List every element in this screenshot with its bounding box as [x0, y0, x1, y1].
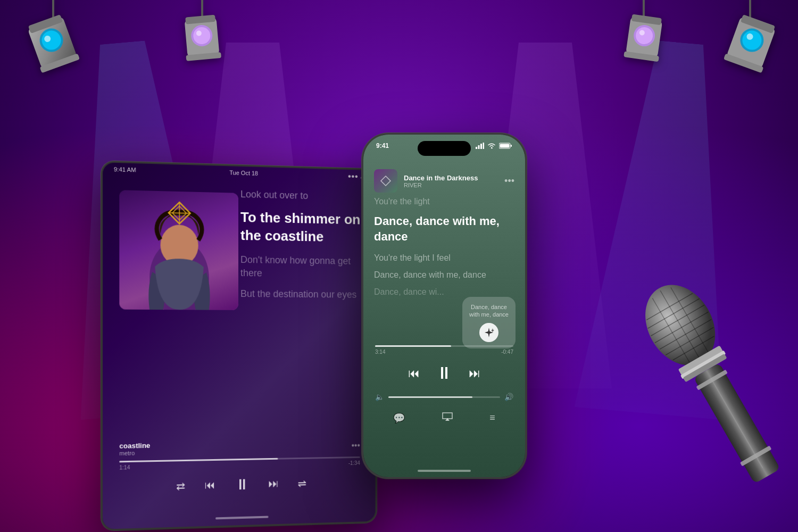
lyrics-bubble: Dance, dance with me, dance	[462, 297, 516, 348]
ipad-song-artist: metro	[119, 450, 150, 456]
spotlight-fixture-2	[170, 0, 234, 95]
svg-rect-41	[500, 144, 510, 148]
iphone-lyric-next-1: You're the light I feel	[374, 252, 514, 264]
status-right-icons	[476, 142, 512, 149]
iphone-volume-control: 🔈 🔊	[375, 393, 513, 401]
volume-bar[interactable]	[388, 396, 500, 398]
svg-rect-35	[478, 145, 480, 149]
iphone-song-artist: RIVER	[404, 182, 498, 188]
svg-point-38	[491, 147, 492, 148]
ipad-repeat-button[interactable]: ⇌	[298, 477, 307, 489]
iphone-lyric-active: Dance, dance with me, dance	[374, 214, 514, 244]
iphone-prev-button[interactable]: ⏮	[408, 367, 420, 380]
bubble-icon	[479, 323, 498, 342]
airplay-icon	[442, 412, 453, 421]
ipad-lyric-inactive-1: Look out over to	[240, 188, 365, 204]
iphone-device: 9:41	[362, 133, 527, 479]
iphone-song-title: Dance in the Darkness	[404, 174, 498, 182]
iphone-queue-button[interactable]: ≡	[489, 412, 495, 423]
ipad-lyric-dim-2: But the destination our eyes	[240, 287, 365, 302]
ipad-next-button[interactable]: ⏭	[269, 477, 279, 489]
ipad-status-bar: 9:41 AM Tue Oct 18 ●●● ▲	[103, 162, 375, 183]
ipad-device: 9:41 AM Tue Oct 18 ●●● ▲	[101, 161, 377, 531]
spotlight-fixture-4	[713, 0, 787, 106]
volume-up-icon: 🔊	[504, 393, 513, 401]
ipad-song-info: coastline metro •••	[119, 438, 360, 457]
iphone-lyrics: You're the light Dance, dance with me, d…	[363, 196, 525, 304]
iphone-bottom-controls: 💬 ≡	[375, 412, 513, 424]
svg-rect-40	[511, 145, 512, 147]
bubble-text: Dance, dance with me, dance	[469, 303, 509, 319]
wifi-icon	[487, 143, 496, 149]
iphone-more-button[interactable]: •••	[504, 176, 514, 187]
dynamic-island	[418, 141, 471, 156]
spotlight-fixture-3	[612, 0, 676, 95]
iphone-progress-fill	[375, 345, 451, 347]
iphone-lyric-top: You're the light	[374, 196, 514, 207]
ipad-controls: ⇄ ⏮ ⏸ ⏭ ⇌	[119, 473, 360, 496]
ipad-more-button[interactable]: •••	[352, 440, 360, 450]
volume-fill	[388, 396, 472, 398]
iphone-time-display: 3:14 -0:47	[375, 349, 513, 355]
iphone-player: 3:14 -0:47 ⏮ ⏸ ⏭ 🔈 🔊 💬	[363, 345, 525, 424]
iphone-time: 9:41	[376, 142, 389, 149]
iphone-lyrics-button[interactable]: 💬	[393, 412, 405, 424]
iphone-controls: ⏮ ⏸ ⏭	[375, 363, 513, 383]
iphone-song-header: Dance in the Darkness RIVER •••	[363, 164, 525, 198]
ipad-play-button[interactable]: ⏸	[235, 476, 250, 494]
svg-marker-42	[381, 176, 390, 186]
svg-rect-37	[483, 143, 485, 149]
battery-icon	[499, 143, 512, 149]
spotlight-fixture-1	[16, 0, 90, 106]
volume-down-icon: 🔈	[375, 393, 384, 401]
ipad-shuffle-button[interactable]: ⇄	[176, 479, 185, 493]
iphone-airplay-button[interactable]	[442, 412, 453, 424]
iphone-home-bar	[418, 470, 471, 472]
iphone-lyric-next-2: Dance, dance with me, dance	[374, 269, 514, 281]
iphone-next-button[interactable]: ⏭	[469, 367, 480, 380]
svg-rect-34	[476, 147, 477, 149]
ipad-player: coastline metro ••• 1:14 -1:34 ⇄ ⏮ ⏸ ⏭ ⇌	[103, 438, 375, 496]
iphone-album-thumb	[374, 169, 397, 193]
signal-icon	[476, 143, 484, 149]
ipad-song-title: coastline	[119, 442, 150, 450]
ipad-home-bar	[215, 516, 269, 520]
microphone	[613, 267, 798, 499]
ipad-prev-button[interactable]: ⏮	[205, 479, 215, 492]
ipad-album-art	[119, 190, 238, 310]
iphone-song-meta: Dance in the Darkness RIVER	[404, 174, 498, 188]
ipad-lyrics: Look out over to To the shimmer on the c…	[240, 188, 365, 309]
svg-rect-36	[480, 144, 482, 149]
sparkle-icon	[483, 327, 495, 338]
iphone-progress-bar[interactable]	[375, 345, 513, 347]
iphone-play-button[interactable]: ⏸	[436, 363, 453, 383]
ipad-lyric-dim-1: Don't know how gonna get there	[240, 253, 365, 281]
ipad-date: Tue Oct 18	[229, 169, 258, 177]
ipad-time: 9:41 AM	[114, 166, 136, 173]
ipad-lyric-active: To the shimmer on the coastline	[240, 209, 365, 247]
